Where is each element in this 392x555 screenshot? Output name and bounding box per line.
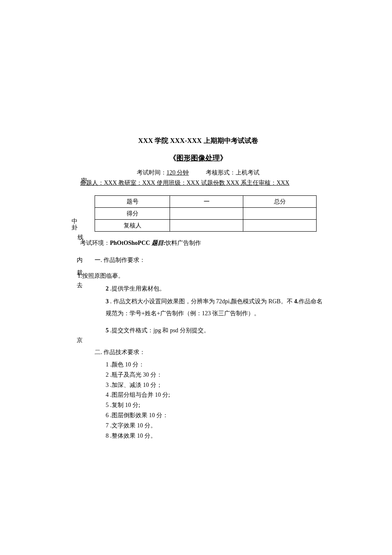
page-title: XXX 学院 XXX-XXX 上期期中考试试卷 bbox=[72, 137, 324, 145]
class-value: XXX bbox=[187, 180, 199, 186]
item-text: .提供学生用素材包。 bbox=[109, 285, 165, 292]
item-num: 5 bbox=[106, 327, 109, 334]
env-software: PhOtOShoPCC bbox=[110, 240, 150, 246]
exam-meta-line-1: 考试时间：120 分钟考核形式：上机考试 bbox=[72, 169, 324, 177]
course-title: 《图形图像处理》 bbox=[72, 153, 324, 163]
table-cell: 得分 bbox=[95, 208, 170, 220]
review-label: 系主任审核： bbox=[239, 180, 277, 186]
table-cell: 一 bbox=[170, 196, 243, 208]
table-row: 复核人 bbox=[95, 220, 317, 232]
tech-item: 3 .加深、减淡 10 分； bbox=[106, 380, 324, 390]
table-cell bbox=[170, 208, 243, 220]
review-value: XXX bbox=[277, 180, 289, 186]
document-body: XXX 学院 XXX-XXX 上期期中考试试卷 《图形图像处理》 考试时间：12… bbox=[72, 137, 324, 441]
count-value: XXX bbox=[226, 180, 239, 186]
item-num: 3 bbox=[106, 298, 109, 305]
score-table: 题号 一 总分 得分 复核人 bbox=[95, 195, 317, 232]
bracket-open: 《 bbox=[169, 154, 176, 162]
table-cell bbox=[170, 220, 243, 232]
class-label: 使用班级： bbox=[155, 180, 187, 186]
table-cell bbox=[243, 208, 317, 220]
author-label: 命题人： bbox=[80, 180, 104, 186]
tech-item: 8 .整体效果 10 分。 bbox=[106, 431, 324, 441]
count-label: 试题份数 bbox=[199, 180, 226, 186]
table-cell: 复核人 bbox=[95, 220, 170, 232]
table-cell: 总分 bbox=[243, 196, 317, 208]
exam-time-value: 120 分钟 bbox=[167, 169, 189, 176]
section-1-body: 1.按照原图临摹。 2 .提供学生用素材包。 3 . 作品文档大小设置同效果图，… bbox=[78, 270, 324, 337]
exam-environment: 考试环境：PhOtOShoPCC 题目:饮料广告制作 bbox=[80, 239, 324, 247]
item-4-label: 4. bbox=[294, 298, 299, 305]
requirement-item: 3 . 作品文档大小设置同效果图，分辨率为 72dpi,颜色模式设为 RGB。不… bbox=[106, 296, 324, 320]
tech-item: 5 .复制 10 分; bbox=[106, 400, 324, 410]
exam-meta-line-2: 命题人：XXX 教研室：XXX 使用班级：XXX 试题份数 XXX 系主任审核：… bbox=[80, 179, 324, 187]
requirement-item: 1.按照原图临摹。 bbox=[78, 270, 324, 282]
tech-item: 4 .图层分组与合并 10 分; bbox=[106, 390, 324, 400]
author-value: XXX bbox=[104, 180, 117, 186]
table-cell bbox=[243, 220, 317, 232]
exam-time-label: 考试时间： bbox=[137, 169, 167, 176]
item-num: 2 bbox=[106, 285, 109, 292]
tech-item: 7 .文字效果 10 分。 bbox=[106, 421, 324, 431]
tech-item: 2 .瓶子及高光 30 分： bbox=[106, 370, 324, 380]
item-text: .提交文件格式：jpg 和 psd 分别提交。 bbox=[109, 327, 210, 334]
bracket-close: 》 bbox=[220, 154, 227, 162]
exam-form-label: 考核形式： bbox=[206, 169, 236, 176]
section-1-heading: 一. 作品制作要求： bbox=[95, 256, 324, 264]
env-prefix: 考试环境： bbox=[80, 240, 110, 246]
item-text: . 作品文档大小设置同效果图，分辨率为 72dpi,颜色模式设为 RGB。不 bbox=[109, 298, 294, 305]
section-2-heading: 二. 作品技术要求： bbox=[95, 349, 324, 356]
item-text: 1.按照原图临摹。 bbox=[78, 273, 124, 279]
tech-item: 6 .图层倒影效果 10 分： bbox=[106, 410, 324, 421]
env-topic-value: 饮料广告制作 bbox=[165, 240, 201, 246]
table-cell: 题号 bbox=[95, 196, 170, 208]
exam-form-value: 上机考试 bbox=[236, 169, 259, 176]
requirement-item: 5 .提交文件格式：jpg 和 psd 分别提交。 bbox=[106, 325, 324, 337]
tech-item: 1 .颜色 10 分： bbox=[106, 360, 324, 370]
dept-value: XXX bbox=[142, 180, 155, 186]
dept-label: 教研室： bbox=[117, 180, 142, 186]
env-topic-label: 题目: bbox=[150, 240, 165, 246]
requirement-item: 2 .提供学生用素材包。 bbox=[106, 283, 324, 295]
course-name: 图形图像处理 bbox=[176, 154, 220, 162]
table-row: 得分 bbox=[95, 208, 317, 220]
section-2-list: 1 .颜色 10 分： 2 .瓶子及高光 30 分： 3 .加深、减淡 10 分… bbox=[106, 360, 324, 441]
table-row: 题号 一 总分 bbox=[95, 196, 317, 208]
